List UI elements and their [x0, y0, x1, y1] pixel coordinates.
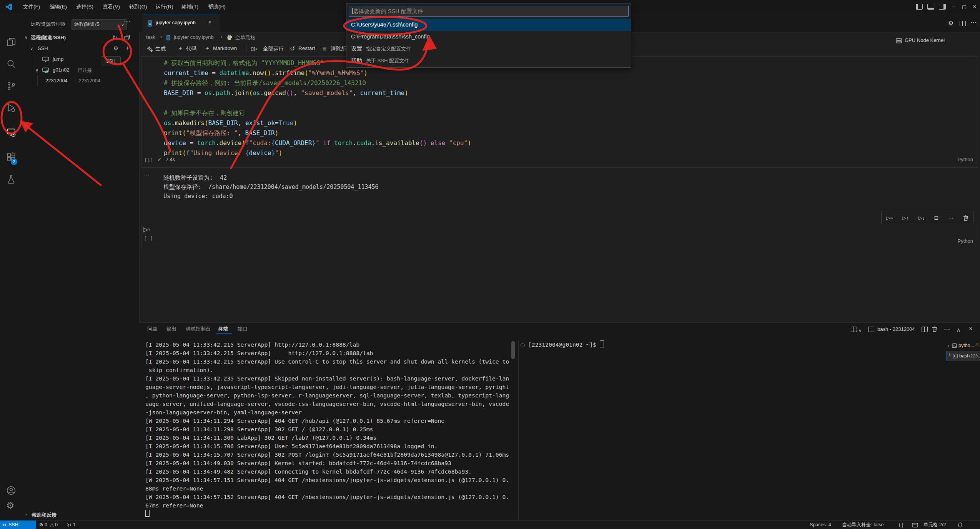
problems-indicator[interactable]: ⊗ 0 △ 0 [39, 521, 58, 529]
close-panel-icon[interactable]: × [969, 325, 972, 332]
ports-indicator[interactable]: 1 [66, 521, 75, 529]
terminal-list-item-bash[interactable]: └ bash 223... [947, 351, 980, 361]
terminal-output[interactable]: [I 2025-05-04 11:33:42.215 ServerApp] ht… [145, 340, 515, 518]
braces-icon[interactable]: { } [899, 521, 903, 529]
account-icon[interactable] [6, 486, 16, 496]
menu-selection[interactable]: 选择(S) [71, 0, 99, 14]
ssh-config-gear-icon[interactable]: ⚙ [113, 45, 118, 52]
explorer-icon[interactable] [6, 37, 16, 47]
split-terminal-icon[interactable] [922, 327, 928, 333]
terminal-list-item-python[interactable]: ┌ pytho... ⚠ [947, 340, 980, 351]
split-editor-icon[interactable] [960, 21, 966, 28]
add-markdown-cell-button[interactable]: Markdown [213, 45, 237, 51]
spaces-indicator[interactable]: Spaces: 4 [810, 521, 831, 529]
settings-gear-icon[interactable]: ⚙ [6, 500, 16, 510]
code-line[interactable]: print(f"Using device: {device}") [164, 148, 282, 158]
menu-run[interactable]: 运行(R) [150, 0, 179, 14]
quick-pick-item-user-config[interactable]: C:\Users\yu467\.ssh\config [346, 19, 631, 31]
quick-pick-input[interactable]: 选择要更新的 SSH 配置文件 [349, 6, 629, 17]
code-line[interactable]: print("模型保存路径: ", BASE_DIR) [164, 128, 278, 138]
pane-divider[interactable] [518, 340, 519, 520]
execute-above-icon[interactable]: ▷≡ [886, 215, 893, 221]
breadcrumb-file[interactable]: jupyter copy.ipynb [174, 34, 214, 40]
execute-cell-and-below-icon[interactable]: ▷↓ [918, 215, 925, 221]
window-maximize-button[interactable]: ▢ [959, 0, 970, 14]
toggle-secondary-sidebar-icon[interactable] [939, 4, 946, 10]
terminal-scrollbar[interactable] [511, 341, 515, 359]
cell-more-actions-icon[interactable]: ⋯ [948, 215, 953, 221]
menu-go[interactable]: 转到(G) [124, 0, 153, 14]
add-ssh-host-icon[interactable]: + [125, 44, 129, 52]
restart-kernel-button[interactable]: Restart [298, 45, 315, 51]
run-cell-button[interactable]: ▷∨ [143, 225, 151, 234]
panel-tab-problems[interactable]: 问题 [147, 325, 157, 332]
panel-tab-output[interactable]: 输出 [166, 325, 176, 332]
code-line[interactable]: device = torch.device(f"cuda:{CUDA_ORDER… [164, 138, 471, 148]
panel-tab-ports[interactable]: 端口 [238, 325, 248, 332]
notebook-cell-2[interactable]: Python [141, 224, 978, 249]
notifications-bell-icon[interactable] [957, 522, 963, 529]
tab-close-icon[interactable]: × [208, 19, 211, 25]
cell-language-indicator[interactable]: Python [958, 157, 973, 162]
auto-import-indicator[interactable]: 自动导入补全: false [842, 521, 883, 529]
tree-item-jump[interactable]: jump [22, 54, 139, 65]
more-actions-icon[interactable]: ··· [124, 18, 130, 25]
menu-view[interactable]: 查看(V) [97, 0, 125, 14]
delete-cell-icon[interactable] [963, 215, 968, 221]
quick-pick-item-programdata-config[interactable]: C:\ProgramData\ssh\ssh_config [346, 31, 631, 43]
kill-terminal-icon[interactable] [932, 326, 937, 332]
code-line[interactable]: current_time = datetime.now().strftime("… [164, 68, 368, 78]
remote-indicator[interactable]: SSH: g01n02 [0, 521, 36, 529]
command-decoration-icon[interactable] [521, 343, 525, 347]
panel-tab-terminal[interactable]: 终端 [218, 325, 228, 332]
terminal-title[interactable]: bash - 22312004 [877, 326, 915, 332]
breadcrumb-task[interactable]: task [146, 34, 155, 40]
tree-item-session-22312004[interactable]: 22312004 22312004 [22, 76, 139, 87]
quick-pick-item-settings[interactable]: 设置指定自定义配置文件 [346, 43, 631, 55]
run-all-button[interactable]: 全部运行 [263, 45, 284, 52]
section-header-remote[interactable]: ∨ 远程(隧道/SSH) ↻ [22, 32, 139, 43]
notebook-cell-1[interactable]: # 获取当前日期和时间，格式化为 "YYYYMMDD_HHMMSS"curren… [141, 56, 978, 168]
add-code-cell-button[interactable]: 代码 [186, 45, 196, 52]
launch-profile-icon[interactable]: ∨ [851, 327, 862, 333]
section-header-help-feedback[interactable]: › 帮助和反馈 [22, 510, 139, 520]
code-line[interactable]: # 获取当前日期和时间，格式化为 "YYYYMMDD_HHMMSS" [164, 58, 324, 68]
window-close-button[interactable]: × [969, 0, 980, 14]
code-line[interactable]: # 拼接保存路径，例如: 当前目录/saved_models/20250226_… [164, 78, 366, 88]
tab-jupyter-copy-ipynb[interactable]: jupyter copy.ipynb × [142, 14, 220, 33]
terminal-pane-right[interactable]: [22312004@g01n02 ~]$ [520, 340, 939, 520]
quick-pick-item-help[interactable]: 帮助关于 SSH 配置文件 [346, 55, 631, 67]
breadcrumb-cell[interactable]: 空单元格 [235, 34, 255, 41]
menu-edit[interactable]: 编辑(E) [44, 0, 72, 14]
open-new-window-icon[interactable] [124, 35, 130, 42]
cell-position-indicator[interactable]: 单元格 2/2 [923, 521, 946, 529]
remote-explorer-icon[interactable] [6, 127, 16, 137]
keyboard-icon[interactable] [912, 522, 918, 529]
editor-more-actions-icon[interactable]: ⋯ [970, 19, 977, 26]
panel-tab-debug-console[interactable]: 调试控制台 [186, 325, 211, 332]
split-cell-icon[interactable]: ⊟ [934, 215, 939, 221]
cell-language-indicator[interactable]: Python [958, 238, 973, 244]
window-minimize-button[interactable]: ─ [948, 0, 959, 14]
maximize-panel-icon[interactable]: ∧ [957, 327, 960, 333]
panel-more-actions-icon[interactable]: ⋯ [944, 325, 950, 333]
code-line[interactable]: BASE_DIR = os.path.join(os.getcwd(), "sa… [164, 88, 408, 98]
menu-terminal[interactable]: 终端(T) [176, 0, 204, 14]
toggle-panel-icon[interactable] [927, 4, 934, 10]
remote-view-dropdown[interactable]: 远程(隧道/S ∨ [72, 19, 127, 30]
source-control-icon[interactable] [6, 81, 16, 91]
code-line[interactable]: # 如果目录不存在，则创建它 [164, 108, 245, 118]
generate-button[interactable]: 生成 [155, 45, 166, 52]
refresh-icon[interactable]: ↻ [112, 35, 117, 40]
output-more-icon[interactable]: ⋯ [144, 172, 150, 179]
testing-icon[interactable] [6, 174, 16, 184]
code-line[interactable]: os.makedirs(BASE_DIR, exist_ok=True) [164, 118, 297, 128]
notebook-settings-gear-icon[interactable]: ⚙ [948, 20, 953, 27]
run-debug-icon[interactable] [6, 103, 16, 113]
search-icon[interactable] [6, 59, 16, 69]
menu-file[interactable]: 文件(F) [18, 0, 45, 14]
tree-item-host-g01n02[interactable]: ∨ g01n02 已连接 [22, 65, 139, 76]
menu-help[interactable]: 帮助(H) [203, 0, 231, 14]
toggle-sidebar-icon[interactable] [916, 4, 923, 10]
execute-cell-and-above-icon[interactable]: ▷↑ [903, 215, 909, 221]
